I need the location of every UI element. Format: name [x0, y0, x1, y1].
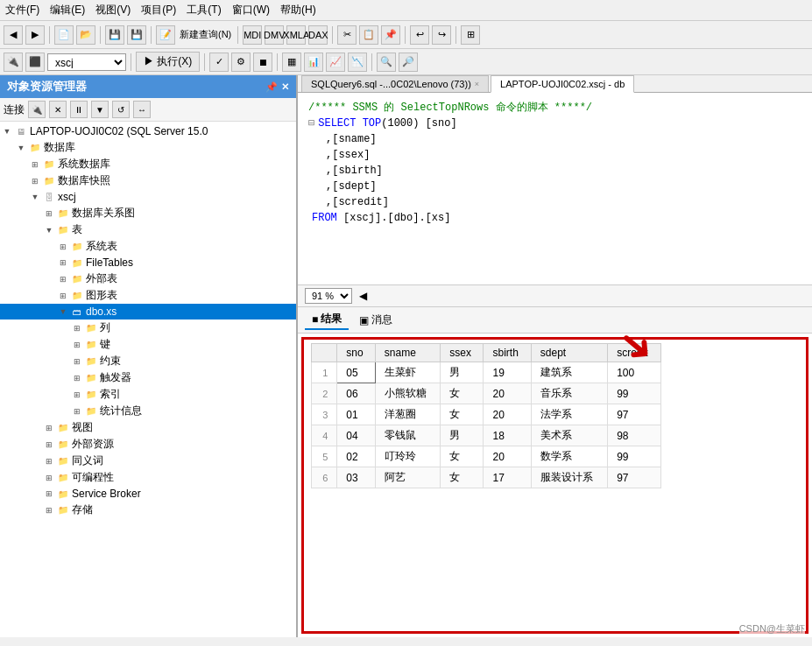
debug-btn[interactable]: ⚙	[231, 53, 251, 72]
redo-btn[interactable]: ↪	[432, 25, 451, 45]
oe-connect-btn[interactable]: 🔌	[28, 101, 46, 118]
menu-help[interactable]: 帮助(H)	[280, 3, 316, 18]
cell-sno[interactable]: 06	[337, 383, 376, 404]
new-query-btn[interactable]: 📄	[54, 25, 74, 45]
back-btn[interactable]: ◀	[4, 25, 23, 45]
undo-btn[interactable]: ↩	[410, 25, 429, 45]
tree-systables[interactable]: ⊞ 📁 系统表	[0, 238, 296, 255]
cell-ssex[interactable]: 女	[441, 404, 484, 425]
results-to-btn[interactable]: ▦	[282, 53, 301, 72]
table-row[interactable]: 603阿艺女17服装设计系97	[312, 467, 661, 488]
cell-sdept[interactable]: 建筑系	[531, 362, 607, 383]
menu-edit[interactable]: 编辑(E)	[50, 3, 85, 18]
tree-views[interactable]: ⊞ 📁 视图	[0, 419, 296, 436]
tree-ext-tables[interactable]: ⊞ 📁 外部表	[0, 270, 296, 287]
menu-file[interactable]: 文件(F)	[5, 3, 39, 18]
table-row[interactable]: 206小熊软糖女20音乐系99	[312, 383, 661, 404]
cell-scredit[interactable]: 99	[608, 446, 661, 467]
cell-sbirth[interactable]: 18	[484, 425, 531, 446]
menu-view[interactable]: 视图(V)	[95, 3, 131, 18]
execute-button[interactable]: ▶ 执行(X)	[136, 52, 200, 72]
zoom-select[interactable]: 91 %	[305, 288, 352, 304]
cell-sbirth[interactable]: 19	[484, 362, 531, 383]
cell-sno[interactable]: 02	[337, 446, 376, 467]
tree-triggers[interactable]: ⊞ 📁 触发器	[0, 369, 296, 386]
disconnect-btn[interactable]: ⬛	[25, 53, 45, 72]
tree-filetables[interactable]: ⊞ 📁 FileTables	[0, 255, 296, 270]
xmla-btn[interactable]: XMLA	[286, 25, 306, 45]
tree-server[interactable]: ▼ 🖥 LAPTOP-UOJI0C02 (SQL Server 15.0	[0, 123, 296, 139]
table-row[interactable]: 502叮玲玲女20数学系99	[312, 446, 661, 467]
cell-scredit[interactable]: 100	[608, 362, 661, 383]
zoom-in-btn[interactable]: 🔍	[377, 53, 396, 72]
cut-btn[interactable]: ✂	[337, 25, 357, 45]
tree-xscj[interactable]: ▼ 🗄 xscj	[0, 189, 296, 205]
zoom-out-btn[interactable]: 🔎	[399, 53, 418, 72]
menu-tools[interactable]: 工具(T)	[187, 3, 221, 18]
menu-window[interactable]: 窗口(W)	[232, 3, 270, 18]
save-all-btn[interactable]: 💾	[127, 25, 146, 45]
cell-scredit[interactable]: 97	[608, 467, 661, 488]
scroll-left-btn[interactable]: ◀	[359, 290, 367, 302]
table-row[interactable]: 301洋葱圈女20法学系97	[312, 404, 661, 425]
cell-sbirth[interactable]: 17	[484, 467, 531, 488]
query-editor[interactable]: /***** SSMS 的 SelectTopNRows 命令的脚本 *****…	[298, 93, 812, 285]
tree-keys[interactable]: ⊞ 📁 键	[0, 336, 296, 353]
tree-programmability[interactable]: ⊞ 📁 可编程性	[0, 469, 296, 486]
oe-sync-btn[interactable]: ↔	[133, 101, 151, 118]
cell-sno[interactable]: 05	[337, 362, 376, 383]
new-query2-btn[interactable]: 📝	[156, 25, 175, 45]
stop-btn[interactable]: ⏹	[253, 53, 272, 72]
cell-sno[interactable]: 03	[337, 467, 376, 488]
cell-ssex[interactable]: 女	[441, 446, 484, 467]
result-tab-messages[interactable]: ▣ 消息	[352, 311, 399, 329]
cell-scredit[interactable]: 97	[608, 404, 661, 425]
cell-ssex[interactable]: 女	[441, 467, 484, 488]
cell-sname[interactable]: 叮玲玲	[375, 446, 440, 467]
tab-xscj[interactable]: LAPTOP-UOJI0C02.xscj - db	[491, 75, 634, 93]
misc-btn[interactable]: ⊞	[461, 25, 480, 45]
cell-ssex[interactable]: 男	[441, 362, 484, 383]
result-tab-results[interactable]: ■ 结果	[305, 310, 349, 330]
cell-sname[interactable]: 生菜虾	[375, 362, 440, 383]
table-row[interactable]: 105生菜虾男19建筑系100	[312, 362, 661, 383]
tree-synonyms[interactable]: ⊞ 📁 同义词	[0, 453, 296, 469]
cell-sbirth[interactable]: 20	[484, 446, 531, 467]
tree-statistics[interactable]: ⊞ 📁 统计信息	[0, 403, 296, 419]
connect-btn[interactable]: 🔌	[4, 53, 23, 72]
tab-sqlquery6[interactable]: SQLQuery6.sql -...0C02\Lenovo (73)) ×	[301, 75, 489, 92]
cell-sdept[interactable]: 服装设计系	[531, 467, 607, 488]
dax-btn[interactable]: DAX	[308, 25, 328, 45]
cell-sdept[interactable]: 音乐系	[531, 383, 607, 404]
oe-disconnect-btn[interactable]: ✕	[49, 101, 67, 118]
table-row[interactable]: 404零钱鼠男18美术系98	[312, 425, 661, 446]
cell-scredit[interactable]: 98	[608, 425, 661, 446]
include-plan-btn[interactable]: 📊	[304, 53, 323, 72]
tree-ext-resources[interactable]: ⊞ 📁 外部资源	[0, 436, 296, 453]
tree-diagrams[interactable]: ⊞ 📁 数据库关系图	[0, 205, 296, 221]
tree-service-broker[interactable]: ⊞ 📁 Service Broker	[0, 486, 296, 502]
tree-graph-tables[interactable]: ⊞ 📁 图形表	[0, 287, 296, 304]
tree-tables[interactable]: ▼ 📁 表	[0, 221, 296, 238]
oe-refresh-btn[interactable]: ↺	[112, 101, 130, 118]
tab-sqlquery6-close[interactable]: ×	[475, 80, 479, 88]
open-btn[interactable]: 📂	[76, 25, 95, 45]
tree-snapshots[interactable]: ⊞ 📁 数据库快照	[0, 172, 296, 189]
cell-sname[interactable]: 零钱鼠	[375, 425, 440, 446]
io-btn[interactable]: 📉	[348, 53, 367, 72]
save-btn[interactable]: 💾	[105, 25, 124, 45]
stats-btn[interactable]: 📈	[326, 53, 345, 72]
parse-btn[interactable]: ✓	[209, 53, 229, 72]
cell-scredit[interactable]: 99	[608, 383, 661, 404]
tree-indexes[interactable]: ⊞ 📁 索引	[0, 386, 296, 403]
oe-close-btn[interactable]: ✕	[281, 81, 289, 93]
cell-sdept[interactable]: 数学系	[531, 446, 607, 467]
oe-pause-btn[interactable]: ⏸	[70, 101, 88, 118]
cell-sname[interactable]: 小熊软糖	[375, 383, 440, 404]
menu-project[interactable]: 项目(P)	[141, 3, 176, 18]
tree-columns[interactable]: ⊞ 📁 列	[0, 319, 296, 336]
copy-btn[interactable]: 📋	[359, 25, 378, 45]
oe-pin-btn[interactable]: 📌	[265, 81, 278, 93]
dmv-btn[interactable]: DMV	[265, 25, 284, 45]
cell-sno[interactable]: 04	[337, 425, 376, 446]
